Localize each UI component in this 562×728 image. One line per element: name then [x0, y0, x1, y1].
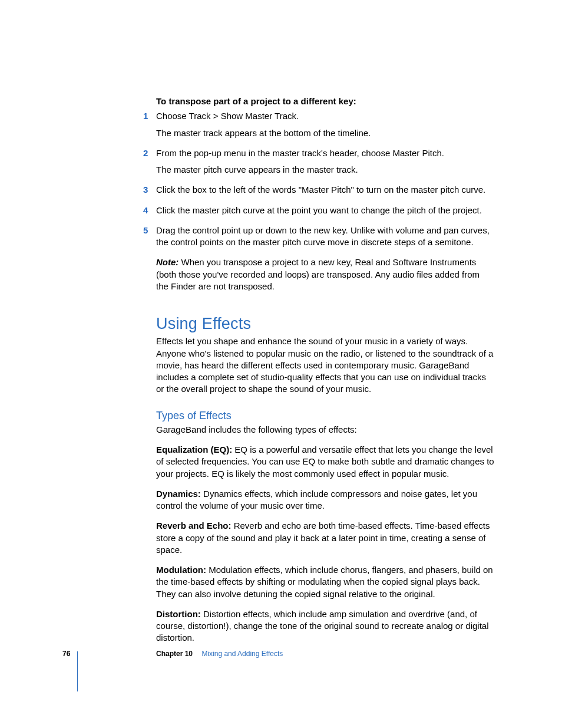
effect-definition: Modulation: Modulation effects, which in… — [156, 564, 494, 600]
section-heading-using-effects: Using Effects — [156, 313, 494, 334]
list-item: 1 Choose Track > Show Master Track. The … — [156, 110, 494, 139]
note-text: When you transpose a project to a new ke… — [156, 257, 480, 291]
note-label: Note: — [156, 257, 178, 267]
section-intro: Effects let you shape and enhance the so… — [156, 335, 494, 395]
step-text: Choose Track > Show Master Track. — [156, 111, 299, 121]
step-text: Drag the control point up or down to the… — [156, 225, 490, 247]
effect-definition: Distortion: Distortion effects, which in… — [156, 608, 494, 644]
step-text: Click the box to the left of the words "… — [156, 185, 485, 195]
step-list: 1 Choose Track > Show Master Track. The … — [156, 110, 494, 248]
step-subtext: The master pitch curve appears in the ma… — [156, 164, 494, 176]
step-text: From the pop-up menu in the master track… — [156, 148, 444, 158]
page-content: To transpose part of a project to a diff… — [156, 95, 494, 653]
task-heading: To transpose part of a project to a diff… — [156, 95, 494, 107]
effect-text: Dynamics effects, which include compress… — [156, 489, 477, 510]
list-item: 3 Click the box to the left of the words… — [156, 184, 494, 196]
page-number: 76 — [62, 650, 70, 658]
effect-label: Reverb and Echo: — [156, 521, 232, 531]
types-intro: GarageBand includes the following types … — [156, 424, 494, 436]
step-text: Click the master pitch curve at the poin… — [156, 205, 482, 215]
chapter-label: Chapter 10 — [156, 650, 193, 658]
step-number: 5 — [143, 225, 148, 236]
section-heading-types-of-effects: Types of Effects — [156, 409, 494, 423]
effect-label: Dynamics: — [156, 489, 201, 499]
effect-definition: Reverb and Echo: Reverb and echo are bot… — [156, 520, 494, 556]
effect-text: Distortion effects, which include amp si… — [156, 609, 489, 643]
step-number: 4 — [143, 205, 148, 216]
list-item: 4 Click the master pitch curve at the po… — [156, 205, 494, 216]
effect-definition: Equalization (EQ): EQ is a powerful and … — [156, 444, 494, 480]
effect-label: Modulation: — [156, 565, 206, 575]
list-item: 5 Drag the control point up or down to t… — [156, 225, 494, 249]
list-item: 2 From the pop-up menu in the master tra… — [156, 147, 494, 176]
effect-label: Equalization (EQ): — [156, 444, 232, 454]
step-subtext: The master track appears at the bottom o… — [156, 127, 494, 139]
effect-text: Modulation effects, which include chorus… — [156, 565, 493, 599]
effect-definition: Dynamics: Dynamics effects, which includ… — [156, 488, 494, 512]
page-footer: 76 Chapter 10 Mixing and Adding Effects — [62, 649, 562, 658]
step-number: 3 — [143, 184, 148, 196]
effect-label: Distortion: — [156, 609, 201, 619]
step-number: 1 — [143, 110, 148, 122]
vertical-rule — [77, 651, 78, 691]
chapter-title: Mixing and Adding Effects — [201, 650, 283, 658]
note-block: Note: When you transpose a project to a … — [156, 256, 494, 292]
step-number: 2 — [143, 147, 148, 159]
